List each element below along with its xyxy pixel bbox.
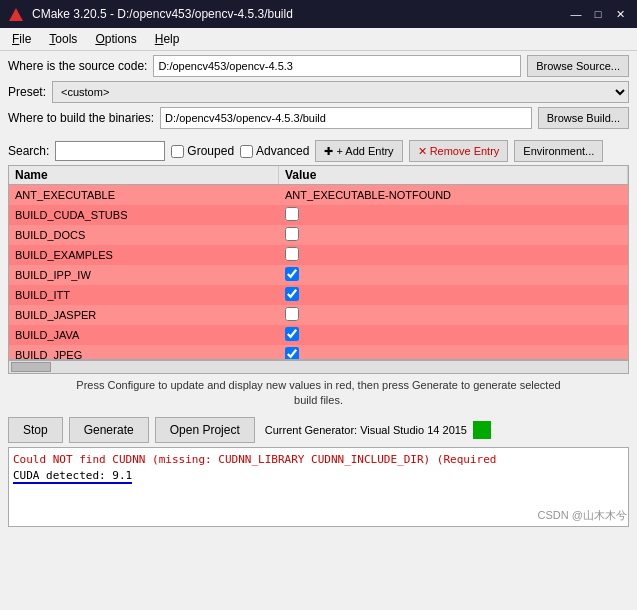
row-checkbox[interactable] (285, 287, 299, 301)
source-input[interactable] (153, 55, 521, 77)
output-line-2: CUDA detected: 9.1 (13, 468, 624, 485)
maximize-button[interactable]: □ (589, 5, 607, 23)
preset-row: Preset: <custom> (8, 81, 629, 103)
cell-value[interactable] (279, 326, 628, 344)
cell-value[interactable] (279, 226, 628, 244)
row-checkbox[interactable] (285, 247, 299, 261)
window-controls: — □ ✕ (567, 5, 629, 23)
cuda-detected-text: CUDA detected: 9.1 (13, 469, 132, 484)
row-checkbox[interactable] (285, 267, 299, 281)
menu-options[interactable]: Options (87, 30, 144, 48)
row-checkbox[interactable] (285, 327, 299, 341)
table-row: BUILD_DOCS (9, 225, 628, 245)
table-header: Name Value (9, 166, 628, 185)
cmake-table: Name Value ANT_EXECUTABLE ANT_EXECUTABLE… (8, 165, 629, 360)
table-row: BUILD_EXAMPLES (9, 245, 628, 265)
grouped-label[interactable]: Grouped (171, 144, 234, 158)
cell-value[interactable] (279, 206, 628, 224)
cell-name: BUILD_IPP_IW (9, 268, 279, 282)
build-label: Where to build the binaries: (8, 111, 154, 125)
search-input[interactable] (55, 141, 165, 161)
cell-name: BUILD_ITT (9, 288, 279, 302)
title-text: CMake 3.20.5 - D:/opencv453/opencv-4.5.3… (32, 7, 559, 21)
horizontal-scrollbar[interactable] (8, 360, 629, 374)
cell-name: BUILD_JPEG (9, 348, 279, 360)
menu-file[interactable]: File (4, 30, 39, 48)
scrollbar-thumb[interactable] (11, 362, 51, 372)
close-button[interactable]: ✕ (611, 5, 629, 23)
table-row: BUILD_CUDA_STUBS (9, 205, 628, 225)
source-label: Where is the source code: (8, 59, 147, 73)
menu-help[interactable]: Help (147, 30, 188, 48)
cell-name: BUILD_DOCS (9, 228, 279, 242)
name-column-header: Name (9, 166, 279, 184)
row-checkbox[interactable] (285, 307, 299, 321)
cell-value[interactable] (279, 246, 628, 264)
value-column-header: Value (279, 166, 628, 184)
cell-name: BUILD_JAVA (9, 328, 279, 342)
cell-value[interactable] (279, 286, 628, 304)
build-row: Where to build the binaries: Browse Buil… (8, 107, 629, 129)
status-green-indicator (473, 421, 491, 439)
x-icon: ✕ (418, 145, 427, 158)
preset-select[interactable]: <custom> (52, 81, 629, 103)
output-line-1: Could NOT find CUDNN (missing: CUDNN_LIB… (13, 452, 624, 469)
row-checkbox[interactable] (285, 227, 299, 241)
minimize-button[interactable]: — (567, 5, 585, 23)
row-checkbox[interactable] (285, 207, 299, 221)
table-row: BUILD_JAVA (9, 325, 628, 345)
cell-name: BUILD_CUDA_STUBS (9, 208, 279, 222)
cmake-icon (8, 6, 24, 22)
table-row: BUILD_JASPER (9, 305, 628, 325)
cell-value[interactable] (279, 266, 628, 284)
advanced-checkbox[interactable] (240, 145, 253, 158)
cell-name: BUILD_JASPER (9, 308, 279, 322)
search-label: Search: (8, 144, 49, 158)
output-area: Could NOT find CUDNN (missing: CUDNN_LIB… (8, 447, 629, 527)
generator-label: Current Generator: Visual Studio 14 2015 (265, 424, 467, 436)
menu-bar: File Tools Options Help (0, 28, 637, 51)
status-text: Press Configure to update and display ne… (8, 378, 629, 409)
table-row: BUILD_IPP_IW (9, 265, 628, 285)
grouped-checkbox[interactable] (171, 145, 184, 158)
add-entry-button[interactable]: ✚ + Add Entry (315, 140, 402, 162)
generate-button[interactable]: Generate (69, 417, 149, 443)
cell-value[interactable] (279, 346, 628, 360)
title-bar: CMake 3.20.5 - D:/opencv453/opencv-4.5.3… (0, 0, 637, 28)
table-row: BUILD_ITT (9, 285, 628, 305)
cell-value[interactable] (279, 306, 628, 324)
source-row: Where is the source code: Browse Source.… (8, 55, 629, 77)
table-row: ANT_EXECUTABLE ANT_EXECUTABLE-NOTFOUND (9, 185, 628, 205)
toolbar-row: Search: Grouped Advanced ✚ + Add Entry ✕… (0, 137, 637, 165)
cell-name: ANT_EXECUTABLE (9, 188, 279, 202)
row-checkbox[interactable] (285, 347, 299, 360)
browse-build-button[interactable]: Browse Build... (538, 107, 629, 129)
form-section: Where is the source code: Browse Source.… (0, 51, 637, 137)
open-project-button[interactable]: Open Project (155, 417, 255, 443)
browse-source-button[interactable]: Browse Source... (527, 55, 629, 77)
watermark-text: CSDN @山木木兮 (538, 508, 627, 523)
preset-label: Preset: (8, 85, 46, 99)
table-row: BUILD_JPEG (9, 345, 628, 360)
cell-value: ANT_EXECUTABLE-NOTFOUND (279, 188, 628, 202)
remove-entry-button[interactable]: ✕ Remove Entry (409, 140, 509, 162)
build-input[interactable] (160, 107, 532, 129)
environment-button[interactable]: Environment... (514, 140, 603, 162)
bottom-toolbar: Stop Generate Open Project Current Gener… (0, 413, 637, 447)
stop-button[interactable]: Stop (8, 417, 63, 443)
menu-tools[interactable]: Tools (41, 30, 85, 48)
cell-name: BUILD_EXAMPLES (9, 248, 279, 262)
advanced-label[interactable]: Advanced (240, 144, 309, 158)
plus-icon: ✚ (324, 145, 333, 158)
